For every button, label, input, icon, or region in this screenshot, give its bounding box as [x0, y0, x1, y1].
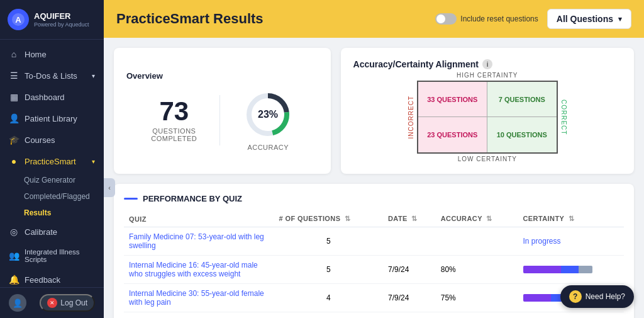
sidebar-item-feedback[interactable]: 🔔 Feedback — [0, 269, 104, 287]
courses-icon: 🎓 — [9, 135, 19, 145]
filter-dropdown-button[interactable]: All Questions ▾ — [547, 9, 631, 29]
date-cell: 7/9/24 — [383, 284, 436, 312]
accuracy-cell: 80% — [436, 256, 518, 284]
svg-text:23%: 23% — [258, 109, 278, 120]
date-cell: 7/9/24 — [383, 256, 436, 284]
col-num-questions[interactable]: # OF QUESTIONS ⇅ — [274, 211, 384, 227]
logout-label: Log Out — [60, 298, 87, 307]
logo-subtext: Powered by Aqueduct — [34, 21, 89, 28]
table-header: QUIZ # OF QUESTIONS ⇅ DATE ⇅ ACCURACY — [124, 211, 624, 227]
sidebar-item-dashboard[interactable]: ▦ Dashboard — [0, 86, 104, 108]
questions-count: 73 — [151, 98, 197, 125]
quiz-cell: Family Medicine 07: 53-year-old with leg… — [124, 227, 274, 256]
questions-label: QUESTIONS COMPLETED — [151, 127, 197, 142]
accuracy-donut-chart: 23% — [243, 89, 293, 140]
overview-title: Overview — [126, 71, 318, 81]
toggle-text: Include reset questions — [460, 14, 538, 23]
high-certainty-label: HIGH CERTAINTY — [457, 72, 518, 79]
quadrant-incorrect-high[interactable]: 33 QUESTIONS — [418, 82, 487, 117]
sidebar-item-label: To-Dos & Lists — [25, 71, 77, 81]
overview-row: Overview 73 QUESTIONS COMPLETED — [114, 48, 634, 174]
chevron-down-icon: ▾ — [618, 15, 622, 23]
sidebar-item-integrated-illness[interactable]: 👥 Integrated Illness Scripts — [0, 242, 104, 269]
include-reset-toggle[interactable] — [435, 13, 457, 25]
vertical-divider — [219, 95, 220, 145]
in-progress-label: In progress — [523, 237, 561, 246]
overview-card: Overview 73 QUESTIONS COMPLETED — [114, 48, 331, 174]
sidebar-item-label: Courses — [25, 135, 55, 145]
feedback-icon: 🔔 — [9, 275, 19, 285]
quiz-cell: Internal Medicine 16: 45-year-old male w… — [124, 256, 274, 284]
quiz-cell: Internal Medicine 30: 55-year-old female… — [124, 284, 274, 312]
sidebar-item-home[interactable]: ⌂ Home — [0, 43, 104, 65]
correct-axis-label: CORRECT — [560, 99, 567, 135]
sidebar-item-calibrate[interactable]: ◎ Calibrate — [0, 221, 104, 242]
sidebar-item-results[interactable]: Results — [24, 205, 104, 221]
sort-icon: ⇅ — [569, 215, 574, 222]
logout-x-icon: ✕ — [47, 298, 57, 308]
sidebar-item-label: PracticeSmart — [25, 157, 76, 166]
col-quiz[interactable]: QUIZ — [124, 211, 274, 227]
sidebar-item-todos[interactable]: ☰ To-Dos & Lists ▾ — [0, 65, 104, 86]
sidebar-item-label: Patient Library — [25, 114, 77, 123]
sidebar-navigation: ⌂ Home ☰ To-Dos & Lists ▾ ▦ Dashboard 👤 … — [0, 40, 104, 287]
num-questions-cell: 5 — [274, 256, 384, 284]
accuracy-card-title: Accuracy/Certainty Alignment i — [353, 59, 621, 69]
quadrant-grid: 33 QUESTIONS 7 QUESTIONS 23 QUESTIONS 10… — [417, 81, 558, 154]
sidebar-bottom: 👤 ✕ Log Out — [0, 287, 104, 318]
questions-completed-block: 73 QUESTIONS COMPLETED — [151, 98, 197, 142]
sidebar-item-label: Dashboard — [25, 93, 65, 102]
sidebar-item-quiz-generator[interactable]: Quiz Generator — [24, 172, 104, 188]
accuracy-cell: 60% — [436, 312, 518, 319]
practicesmart-submenu: Quiz Generator Completed/Flagged Results — [0, 172, 104, 221]
main-content: PracticeSmart Results Include reset ques… — [104, 0, 644, 318]
sidebar-item-patient-library[interactable]: 👤 Patient Library — [0, 108, 104, 129]
sidebar-collapse-button[interactable]: ‹ — [104, 178, 115, 197]
date-cell — [383, 227, 436, 256]
performance-title: PERFORMANCE BY QUIZ — [124, 194, 624, 203]
main-header: PracticeSmart Results Include reset ques… — [104, 0, 644, 38]
sidebar: A AQUIFER Powered by Aqueduct ⌂ Home ☰ T… — [0, 0, 104, 318]
quadrant-correct-low[interactable]: 10 QUESTIONS — [487, 117, 557, 152]
help-circle-icon: ? — [569, 290, 582, 303]
quadrant-correct-high[interactable]: 7 QUESTIONS — [487, 82, 557, 117]
grid-center: HIGH CERTAINTY 33 QUESTIONS 7 QUESTIONS … — [417, 72, 558, 162]
certainty-cell: In progress — [518, 227, 624, 256]
calibrate-icon: ◎ — [9, 227, 19, 237]
sort-icon: ⇅ — [411, 215, 417, 222]
quadrant-incorrect-low[interactable]: 23 QUESTIONS — [418, 117, 487, 152]
num-questions-cell: 5 — [274, 312, 384, 319]
col-certainty[interactable]: CERTAINTY ⇅ — [518, 211, 624, 227]
need-help-button[interactable]: ? Need Help? — [560, 285, 634, 308]
sidebar-item-completed-flagged[interactable]: Completed/Flagged — [24, 188, 104, 205]
quiz-link[interactable]: Internal Medicine 30: 55-year-old female… — [129, 289, 264, 307]
sidebar-item-label: Home — [25, 50, 47, 59]
practicesmart-icon: ● — [9, 156, 19, 166]
home-icon: ⌂ — [9, 49, 19, 59]
accuracy-label: ACCURACY — [243, 144, 293, 151]
low-certainty-label: LOW CERTAINTY — [458, 156, 517, 162]
accuracy-block: 23% ACCURACY — [243, 89, 293, 151]
quiz-link[interactable]: Family Medicine 07: 53-year-old with leg… — [129, 232, 264, 250]
logout-button[interactable]: ✕ Log Out — [40, 294, 95, 312]
certainty-bar — [523, 266, 619, 273]
num-questions-cell: 4 — [274, 284, 384, 312]
sidebar-logo: A AQUIFER Powered by Aqueduct — [0, 0, 104, 40]
dashboard-icon: ▦ — [9, 92, 19, 102]
accuracy-cell — [436, 227, 518, 256]
sort-icon: ⇅ — [486, 215, 492, 222]
sidebar-item-courses[interactable]: 🎓 Courses — [0, 129, 104, 150]
performance-section: PERFORMANCE BY QUIZ QUIZ # OF QUESTIONS … — [114, 184, 634, 318]
table-row: Internal Medicine 16: 45-year-old male w… — [124, 256, 624, 284]
quiz-cell: Family Medicine 05: 30-year-old female w… — [124, 312, 274, 319]
sidebar-item-practicesmart[interactable]: ● PracticeSmart ▾ — [0, 150, 104, 172]
col-date[interactable]: DATE ⇅ — [383, 211, 436, 227]
quiz-link[interactable]: Internal Medicine 16: 45-year-old male w… — [129, 261, 258, 278]
col-accuracy[interactable]: ACCURACY ⇅ — [436, 211, 518, 227]
date-cell: 7/9/24 — [383, 312, 436, 319]
table-row: Internal Medicine 30: 55-year-old female… — [124, 284, 624, 312]
list-icon: ☰ — [9, 71, 19, 81]
table-row: Family Medicine 05: 30-year-old female w… — [124, 312, 624, 319]
info-icon[interactable]: i — [482, 59, 492, 69]
illness-scripts-icon: 👥 — [9, 251, 19, 261]
